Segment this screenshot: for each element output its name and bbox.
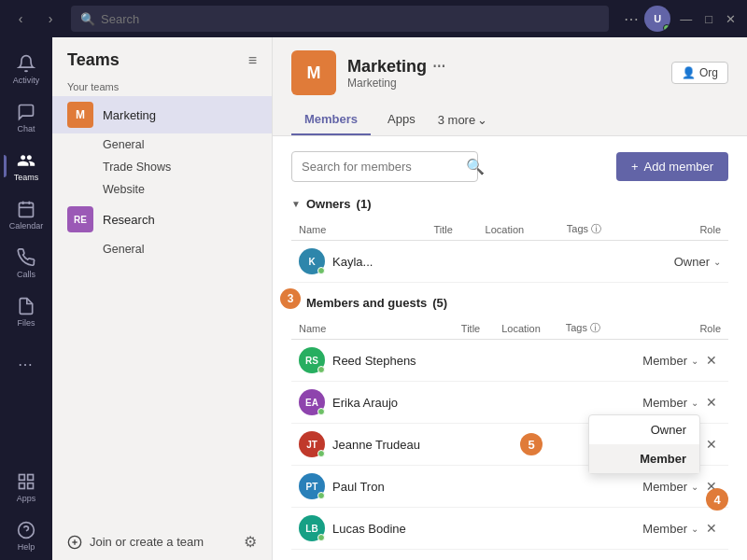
member-jeanne-title (454, 424, 494, 466)
tab-more[interactable]: 3 more ⌄ (432, 105, 493, 134)
member-jeanne-remove-button[interactable]: ✕ (702, 435, 721, 454)
tab-apps[interactable]: Apps (374, 105, 429, 135)
col-role: Role (635, 218, 728, 241)
search-input[interactable] (101, 12, 599, 26)
owner-kayla-avatar: K (299, 248, 325, 274)
icon-sidebar: Activity Chat Teams Calendar Calls Files… (0, 37, 52, 560)
sidebar-item-teams[interactable]: Teams (4, 142, 49, 190)
member-lucas-role-cell: Member ⌄ ✕ (625, 519, 721, 538)
dropdown-option-owner[interactable]: Owner (589, 415, 699, 444)
table-row: RS Reed Stephens Member (291, 340, 728, 382)
owner-kayla-online (317, 267, 325, 274)
member-paul-name: Paul Tron (332, 480, 385, 494)
team-icon-research: RE (67, 206, 93, 232)
col-location-members: Location (494, 317, 558, 340)
svg-rect-5 (28, 474, 34, 480)
channel-item-general-research[interactable]: General (52, 238, 272, 260)
table-row: K Kayla... Owner ⌄ (291, 241, 728, 283)
join-team-button[interactable]: Join or create a team ⚙ (52, 524, 272, 560)
team-icon-marketing: M (67, 102, 93, 128)
member-lucas-location (494, 508, 558, 550)
channel-item-general-marketing[interactable]: General (52, 133, 272, 156)
col-tags: Tags ⓘ (559, 218, 635, 241)
sidebar-label-apps: Apps (17, 494, 36, 503)
member-erika-remove-button[interactable]: ✕ (702, 393, 721, 412)
role-dropdown[interactable]: Owner Member (588, 414, 700, 474)
sidebar-item-chat[interactable]: Chat (4, 93, 49, 142)
marketing-team-icon: M (291, 50, 336, 95)
user-avatar[interactable]: U (644, 6, 670, 32)
sidebar-item-calendar[interactable]: Calendar (4, 190, 49, 239)
team-name-marketing: Marketing (103, 108, 233, 122)
member-lucas-name-cell: LB Lucas Bodine (299, 515, 446, 541)
your-teams-label: Your teams (52, 77, 272, 96)
back-button[interactable]: ‹ (7, 6, 34, 32)
member-paul-online (317, 492, 325, 499)
member-reed-role-cell: Member ⌄ ✕ (625, 351, 721, 370)
member-reed-name: Reed Stephens (332, 354, 416, 368)
member-lucas-remove-button[interactable]: ✕ (702, 519, 721, 538)
member-jeanne-avatar: JT (299, 431, 325, 457)
search-members-input[interactable] (302, 160, 458, 174)
title-bar: ‹ › 🔍 ⋯ U — □ ✕ (0, 0, 747, 37)
sidebar-item-calls[interactable]: Calls (4, 239, 49, 287)
marketing-name: Marketing ⋯ (347, 57, 660, 77)
team-item-marketing[interactable]: M Marketing ⋯ (52, 96, 272, 133)
sidebar-label-calendar: Calendar (9, 221, 44, 231)
more-dots-icon: ⋯ (18, 356, 35, 373)
col-title: Title (426, 218, 477, 241)
svg-rect-4 (20, 474, 25, 480)
sidebar-item-apps[interactable]: Apps (4, 463, 49, 511)
owner-kayla-name-cell: K Kayla... (299, 248, 418, 274)
tab-members[interactable]: Members (291, 105, 371, 135)
tabs-row: Members Apps 3 more ⌄ (291, 105, 728, 135)
sidebar-item-activity[interactable]: Activity (4, 45, 49, 93)
title-bar-right: ⋯ U — □ ✕ (624, 6, 740, 32)
main-content: M Marketing ⋯ Marketing 👤 Org Members Ap… (273, 37, 747, 560)
svg-rect-6 (28, 483, 34, 488)
member-erika-name: Erika Araujo (332, 396, 398, 410)
owners-section-header[interactable]: ▼ Owners (1) (291, 197, 728, 211)
member-reed-name-cell: RS Reed Stephens (299, 347, 446, 373)
marketing-top: M Marketing ⋯ Marketing 👤 Org (291, 50, 728, 95)
more-options-button[interactable]: ⋯ (624, 10, 639, 28)
channel-item-tradeshows[interactable]: Trade Shows (52, 156, 272, 178)
dropdown-option-member[interactable]: Member (589, 444, 699, 473)
member-reed-role-chevron[interactable]: ⌄ (691, 356, 698, 366)
member-paul-role-cell: Member ⌄ ✕ 4 (625, 477, 721, 496)
teams-panel: Teams ≡ Your teams M Marketing ⋯ General… (52, 37, 273, 560)
tags-info-icon-members: ⓘ (590, 322, 600, 333)
sidebar-label-calls: Calls (17, 270, 35, 279)
search-members-box[interactable]: 🔍 (291, 151, 478, 182)
forward-button[interactable]: › (37, 6, 63, 32)
sidebar-label-chat: Chat (17, 124, 35, 133)
maximize-button[interactable]: □ (701, 12, 716, 26)
marketing-options-dots[interactable]: ⋯ (432, 59, 445, 74)
col-name: Name (291, 218, 426, 241)
settings-icon[interactable]: ⚙ (244, 533, 257, 551)
tags-info-icon: ⓘ (591, 223, 601, 234)
teams-title: Teams (67, 50, 120, 70)
sidebar-item-more[interactable]: ⋯ (4, 340, 49, 388)
add-member-button[interactable]: + Add member (616, 152, 728, 181)
member-reed-remove-button[interactable]: ✕ (702, 351, 721, 370)
minimize-button[interactable]: — (676, 12, 696, 26)
org-button[interactable]: 👤 Org (671, 62, 728, 84)
members-section-header[interactable]: ▼ Members and guests (5) 3 (291, 296, 728, 310)
search-bar[interactable]: 🔍 (71, 6, 609, 32)
member-paul-role-chevron[interactable]: ⌄ (691, 482, 698, 492)
owner-kayla-title (426, 241, 477, 283)
close-button[interactable]: ✕ (722, 12, 740, 26)
member-erika-role-chevron[interactable]: ⌄ (691, 398, 698, 408)
owner-role-chevron[interactable]: ⌄ (713, 257, 721, 267)
search-members-icon: 🔍 (466, 158, 485, 175)
sidebar-item-files[interactable]: Files (4, 287, 49, 336)
member-paul-title (454, 466, 494, 508)
member-lucas-avatar: LB (299, 515, 325, 541)
team-item-research[interactable]: RE Research ⋯ (52, 201, 272, 238)
sidebar-item-help[interactable]: Help (4, 511, 49, 560)
member-lucas-tags (558, 508, 617, 550)
member-lucas-role-chevron[interactable]: ⌄ (691, 524, 698, 534)
channel-item-website[interactable]: Website (52, 178, 272, 201)
teams-filter-icon[interactable]: ≡ (248, 52, 257, 69)
